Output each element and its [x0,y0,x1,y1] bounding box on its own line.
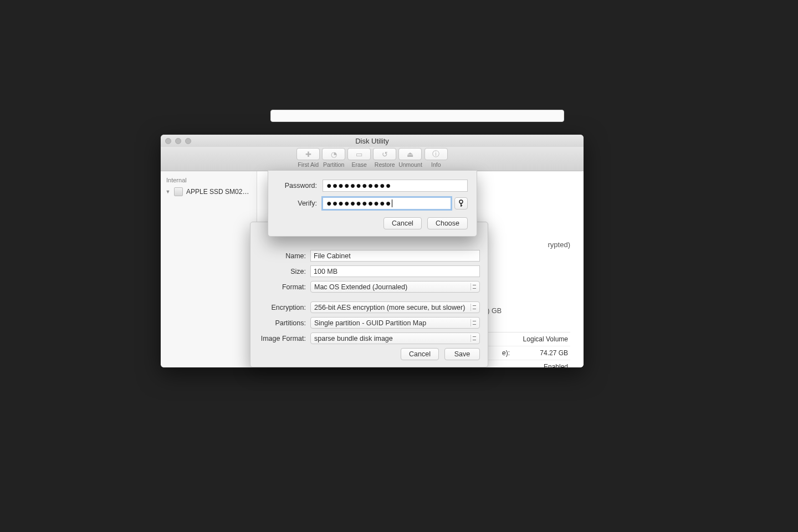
toolbar-partition[interactable]: ◔ Partition [322,148,345,168]
sidebar-item-label: APPLE SSD SM02… [186,188,249,196]
sidebar: Internal ▼ APPLE SSD SM02… [161,171,257,367]
toolbar-erase[interactable]: ▭ Erase [347,148,371,168]
password-field[interactable]: ●●●●●●●●●●● [323,180,468,192]
disclosure-triangle-icon[interactable]: ▼ [165,189,171,195]
svg-rect-1 [461,203,462,207]
verify-field[interactable]: ●●●●●●●●●●● [323,197,451,209]
key-icon [458,200,464,207]
password-assistant-button[interactable] [454,197,468,209]
toolbar-label: Restore [375,161,395,168]
toolbar-first-aid[interactable]: ✚ First Aid [296,148,320,168]
unmount-icon: ⏏ [398,148,422,160]
volume-subtitle-fragment: rypted) [548,241,570,249]
image-format-select[interactable]: sparse bundle disk image [310,332,480,344]
name-label: Name: [258,252,306,260]
pie-icon: ◔ [322,148,345,160]
toolbar-label: Unmount [398,161,422,168]
capacity-fragment: ) GB [487,307,502,315]
sidebar-section-label: Internal [161,175,257,186]
image-format-label: Image Format: [258,335,306,342]
toolbar-label: Partition [323,161,345,168]
format-label: Format: [258,283,306,291]
encryption-label: Encryption: [258,304,306,311]
erase-icon: ▭ [347,148,371,160]
partitions-select[interactable]: Single partition - GUID Partition Map [310,317,480,329]
sidebar-item-disk[interactable]: ▼ APPLE SSD SM02… [161,186,257,198]
drive-icon [174,187,183,196]
choose-button[interactable]: Choose [427,217,468,229]
toolbar: ✚ First Aid ◔ Partition ▭ Erase ↺ Restor… [161,147,584,171]
partitions-label: Partitions: [258,319,306,327]
titlebar[interactable]: Disk Utility [161,135,584,147]
svg-rect-2 [461,205,462,206]
verify-label: Verify: [277,200,317,207]
restore-icon: ↺ [373,148,396,160]
toolbar-label: Erase [351,161,366,168]
size-field[interactable] [310,265,480,277]
encryption-select[interactable]: 256-bit AES encryption (more secure, but… [310,301,480,313]
toolbar-label: First Aid [298,161,319,168]
location-popup[interactable] [270,110,564,122]
info-icon: ⓘ [424,148,448,160]
format-select[interactable]: Mac OS Extended (Journaled) [310,281,480,293]
password-label: Password: [277,182,317,190]
toolbar-restore[interactable]: ↺ Restore [373,148,396,168]
text-caret [392,200,392,207]
stethoscope-icon: ✚ [296,148,320,160]
toolbar-info[interactable]: ⓘ Info [424,148,448,168]
cancel-button[interactable]: Cancel [383,217,422,229]
name-field[interactable] [310,250,480,262]
save-button[interactable]: Save [444,348,480,360]
cancel-button[interactable]: Cancel [401,348,439,360]
toolbar-unmount[interactable]: ⏏ Unmount [398,148,422,168]
password-sheet: Password: ●●●●●●●●●●● Verify: ●●●●●●●●●●… [268,170,477,237]
size-label: Size: [258,268,306,275]
window-title: Disk Utility [161,137,584,145]
new-image-sheet: Name: Size: Format: Mac OS Extended (Jou… [250,222,488,367]
toolbar-label: Info [431,161,441,168]
